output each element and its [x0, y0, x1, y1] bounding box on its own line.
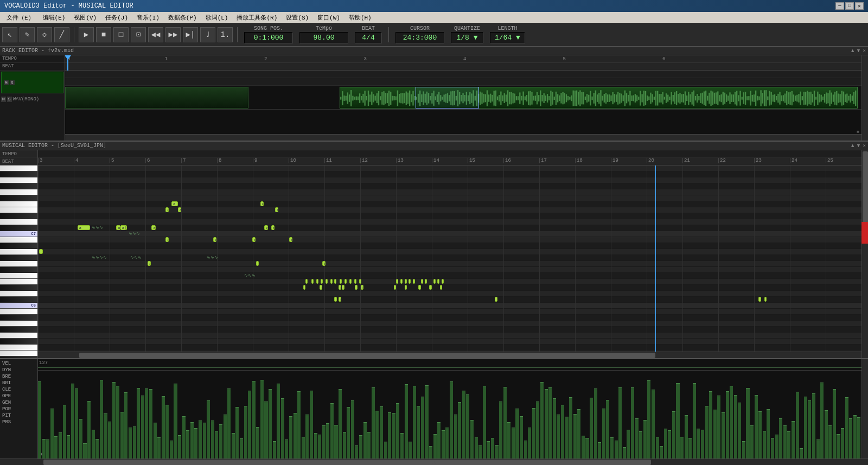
- beat-display[interactable]: 4/4: [355, 32, 382, 43]
- piano-key-Ab7[interactable]: [0, 183, 37, 189]
- piano-key-Bb5[interactable]: [0, 315, 37, 321]
- note-block-13[interactable]: a: [171, 201, 178, 206]
- note-block-32[interactable]: a: [400, 279, 403, 284]
- piano-key-B5[interactable]: [0, 309, 37, 315]
- note-block-50[interactable]: a: [429, 285, 432, 290]
- piano-key-E7[interactable]: [0, 207, 37, 213]
- note-block-11[interactable]: a: [165, 207, 169, 212]
- piano-key-A6[interactable]: [0, 249, 37, 255]
- menu-view[interactable]: 视图(V): [69, 13, 101, 22]
- note-block-10[interactable]: a: [289, 237, 292, 242]
- ff-button[interactable]: ▶▶: [165, 27, 181, 42]
- note-block-51[interactable]: a: [440, 285, 443, 290]
- rack-hscrollbar[interactable]: [65, 134, 861, 141]
- skip-end[interactable]: ▶|: [183, 27, 198, 42]
- menu-file[interactable]: 文件（E）: [2, 13, 39, 22]
- menu-playback[interactable]: 播放工具条(R): [232, 13, 282, 22]
- note-block-29[interactable]: a: [354, 279, 356, 284]
- line-tool[interactable]: ╱: [54, 27, 69, 42]
- menu-task[interactable]: 任务(J): [101, 13, 132, 22]
- note-block-5[interactable]: a: [271, 225, 275, 230]
- note-block-2[interactable]: a|: [120, 225, 127, 230]
- note-block-55[interactable]: a: [758, 297, 761, 302]
- note-block-49[interactable]: a: [418, 285, 421, 290]
- loop-button[interactable]: ⊡: [131, 27, 146, 42]
- piano-key-Gb6[interactable]: [0, 267, 37, 273]
- piano-key-E5[interactable]: [0, 351, 37, 356]
- note-block-37[interactable]: a: [425, 279, 427, 284]
- note-block-48[interactable]: a: [405, 285, 407, 290]
- note-block-15[interactable]: a: [275, 207, 278, 212]
- erase-tool[interactable]: ◇: [37, 27, 52, 42]
- note-block-47[interactable]: a: [394, 285, 397, 290]
- menu-lyrics[interactable]: 歌词(L): [201, 13, 233, 22]
- tempo-display[interactable]: 98.00: [299, 32, 348, 43]
- rack-m-btn[interactable]: M: [4, 80, 9, 85]
- piano-key-Bb6[interactable]: [0, 243, 37, 249]
- rack-wav-m-btn[interactable]: M: [1, 97, 6, 102]
- vel-dyn[interactable]: DYN: [1, 367, 36, 373]
- rack-vscrollbar[interactable]: [861, 55, 868, 141]
- note-block-4[interactable]: a: [264, 225, 267, 230]
- note-block-19[interactable]: a: [305, 279, 308, 284]
- piano-key-Eb6[interactable]: [0, 285, 37, 291]
- piano-key-Gb7[interactable]: [0, 195, 37, 201]
- rewind-button[interactable]: ◀◀: [148, 27, 163, 42]
- note-block-1[interactable]: a: [116, 225, 120, 230]
- note-block-40[interactable]: a: [442, 279, 444, 284]
- vel-bri[interactable]: BRI: [1, 380, 36, 386]
- note-block-0[interactable]: a: [78, 225, 90, 230]
- piano-key-F6[interactable]: [0, 273, 37, 279]
- quantize-display[interactable]: 1/8 ▼: [451, 32, 483, 43]
- vel-cle[interactable]: CLE: [1, 386, 36, 393]
- note-block-34[interactable]: a: [409, 279, 411, 284]
- note-block-26[interactable]: a: [340, 279, 342, 284]
- note-block-53[interactable]: a: [339, 297, 341, 302]
- note-block-21[interactable]: a: [316, 279, 318, 284]
- vel-pit[interactable]: PIT: [1, 412, 36, 419]
- piano-key-Gb5[interactable]: [0, 339, 37, 345]
- select-tool[interactable]: ↖: [2, 27, 17, 42]
- menu-help[interactable]: 帮助(H): [344, 13, 376, 22]
- maximize-button[interactable]: □: [845, 2, 854, 10]
- piano-key-E6[interactable]: [0, 279, 37, 285]
- piano-key-F7[interactable]: [0, 201, 37, 207]
- note-block-18[interactable]: a: [322, 261, 326, 266]
- note-block-41[interactable]: a: [303, 285, 306, 290]
- vel-por[interactable]: POR: [1, 406, 36, 412]
- note-block-27[interactable]: a: [344, 279, 347, 284]
- note-block-38[interactable]: a: [433, 279, 436, 284]
- rack-timeline[interactable]: 0 1 2 3 4 5 6: [65, 55, 861, 141]
- note-block-12[interactable]: a: [178, 207, 181, 212]
- note-block-46[interactable]: a: [361, 285, 363, 290]
- note-block-20[interactable]: a: [311, 279, 314, 284]
- note-block-36[interactable]: a: [421, 279, 423, 284]
- note-block-9[interactable]: a: [252, 237, 256, 242]
- piano-key-Db6[interactable]: [0, 297, 37, 303]
- piano-key-Ab5[interactable]: [0, 327, 37, 333]
- stop-button[interactable]: ■: [96, 27, 111, 42]
- minimize-button[interactable]: ─: [835, 2, 844, 10]
- song-pos-display[interactable]: 0:1:000: [244, 32, 293, 43]
- me-notes-area[interactable]: aaa|aaaaaaaaaaaaaaaaaaaaaaaaaaaaaaaaaaaa…: [38, 165, 861, 352]
- piano-key-Eb7[interactable]: [0, 213, 37, 219]
- note-block-30[interactable]: a: [359, 279, 361, 284]
- piano-key-C6[interactable]: C6: [0, 303, 37, 309]
- note-block-6[interactable]: [39, 249, 43, 254]
- note-block-25[interactable]: a: [334, 279, 336, 284]
- note-block-42[interactable]: a: [320, 285, 322, 290]
- note-block-44[interactable]: a: [342, 285, 344, 290]
- note-block-17[interactable]: a: [256, 261, 259, 266]
- piano-key-G7[interactable]: [0, 189, 37, 195]
- note-block-23[interactable]: a: [326, 279, 328, 284]
- piano-key-A5[interactable]: [0, 321, 37, 327]
- piano-key-G5[interactable]: [0, 333, 37, 339]
- note-block-24[interactable]: a: [330, 279, 333, 284]
- vel-vel[interactable]: VEL: [1, 360, 36, 367]
- vel-pbs[interactable]: PBS: [1, 419, 36, 425]
- length-display[interactable]: 1/64 ▼: [490, 32, 525, 43]
- piano-key-D7[interactable]: [0, 219, 37, 225]
- vel-vscrollbar[interactable]: [861, 359, 868, 458]
- piano-key-Ab6[interactable]: [0, 255, 37, 261]
- note-block-31[interactable]: a: [396, 279, 398, 284]
